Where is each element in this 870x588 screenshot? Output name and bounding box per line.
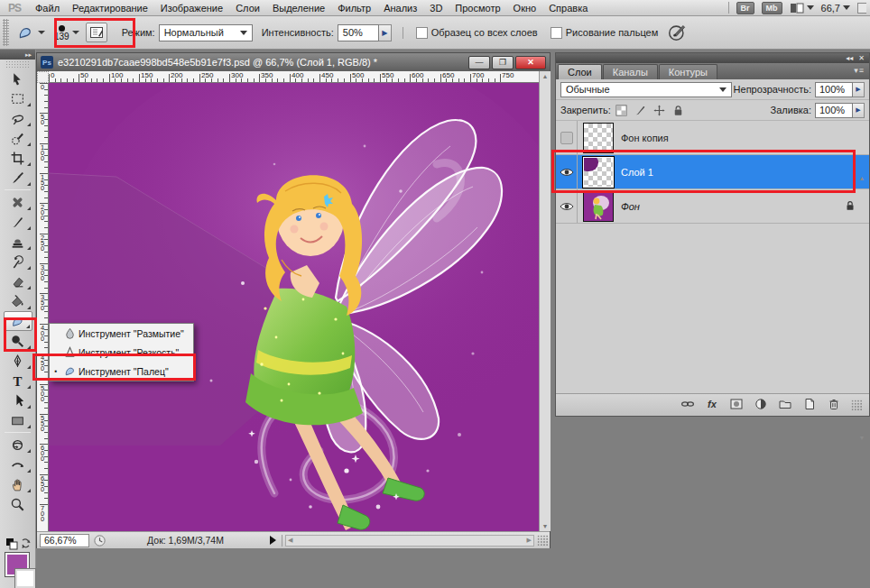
horizontal-scrollbar[interactable]: ◀ ▶	[285, 535, 534, 547]
brush-preset-picker[interactable]: 139	[49, 23, 113, 42]
collapse-panel-icon[interactable]: ◂◂	[846, 54, 853, 62]
visibility-toggle[interactable]	[556, 155, 578, 188]
mode-dropdown[interactable]: Нормальный	[159, 24, 253, 41]
window-resize-grip[interactable]	[537, 535, 549, 547]
opacity-field[interactable]: 100%	[815, 82, 853, 97]
panel-menu-icon[interactable]: ▾≡	[854, 66, 865, 75]
layer-style-fx-button[interactable]: fx	[705, 397, 719, 413]
app-zoom-dropdown[interactable]: 66,7	[821, 3, 850, 14]
blend-mode-dropdown[interactable]: Обычные	[560, 82, 732, 97]
crop-tool[interactable]	[4, 148, 32, 168]
pen-tool[interactable]	[4, 351, 32, 371]
marquee-tool[interactable]	[4, 88, 32, 108]
scroll-left-icon[interactable]: ◀	[288, 537, 292, 544]
toolbox-grip[interactable]	[5, 60, 30, 68]
sample-all-layers-checkbox[interactable]	[416, 27, 428, 39]
clone-stamp-tool[interactable]	[4, 232, 32, 252]
menu-item-4[interactable]: Слои	[229, 2, 266, 14]
menu-item-7[interactable]: Анализ	[377, 2, 423, 14]
hand-tool[interactable]	[4, 474, 32, 494]
visibility-toggle[interactable]	[556, 121, 578, 154]
document-size-info[interactable]: Док: 1,69М/3,74М	[106, 535, 264, 546]
minimize-button[interactable]: —	[468, 56, 490, 69]
visibility-toggle[interactable]	[556, 189, 578, 223]
background-color-swatch[interactable]	[15, 569, 35, 588]
flyout-item-2[interactable]: Инструмент "Резкость"	[50, 343, 193, 362]
scroll-up-icon[interactable]: ▲	[859, 175, 865, 181]
menu-item-9[interactable]: Просмотр	[449, 2, 506, 14]
menu-item-10[interactable]: Окно	[507, 2, 543, 14]
new-layer-button[interactable]	[802, 397, 817, 413]
lock-all-icon[interactable]	[671, 104, 685, 117]
link-layers-button[interactable]	[680, 397, 695, 413]
lock-pixels-icon[interactable]	[634, 104, 647, 117]
layer-mask-button[interactable]	[729, 397, 744, 413]
strength-slider-button[interactable]: ▶	[379, 24, 392, 41]
canvas[interactable]	[49, 83, 539, 531]
fill-field[interactable]: 100%	[815, 103, 853, 118]
ruler-origin-corner[interactable]	[37, 71, 49, 83]
flyout-item-1[interactable]: Инструмент "Размытие"	[50, 324, 193, 343]
scroll-down-icon[interactable]: ▼	[859, 435, 865, 441]
type-tool[interactable]: T	[4, 371, 32, 390]
menu-item-5[interactable]: Выделение	[266, 2, 331, 14]
quick-selection-tool[interactable]	[4, 128, 32, 148]
new-group-button[interactable]	[778, 397, 792, 413]
menu-item-6[interactable]: Фильтр	[331, 2, 377, 14]
default-colors-control[interactable]	[5, 537, 32, 551]
arrange-documents-icon[interactable]	[857, 3, 866, 14]
layer-row-1[interactable]: Фон копия	[556, 121, 869, 155]
opacity-slider-button[interactable]: ▶	[853, 82, 865, 97]
menu-item-3[interactable]: Изображение	[154, 2, 229, 14]
smudge-tool[interactable]	[4, 311, 32, 331]
tool-preset-picker[interactable]	[12, 22, 49, 43]
lock-position-icon[interactable]	[652, 104, 666, 117]
options-bar-grip[interactable]	[3, 19, 9, 46]
history-brush-tool[interactable]	[4, 252, 32, 271]
timing-icon[interactable]	[93, 534, 106, 547]
adjustment-layer-button[interactable]	[754, 397, 768, 413]
status-menu-arrow-icon[interactable]	[270, 536, 276, 545]
finger-painting-option[interactable]: Рисование пальцем	[551, 27, 659, 39]
eraser-tool[interactable]	[4, 271, 32, 291]
eyedropper-tool[interactable]	[4, 168, 32, 188]
scroll-up-icon[interactable]: ▲	[542, 73, 549, 79]
healing-brush-tool[interactable]	[4, 192, 32, 212]
document-titlebar[interactable]: Ps e3210291db7caae998bd548e5b91e7f3.psd …	[37, 53, 550, 71]
delete-layer-button[interactable]	[827, 397, 841, 413]
tab-слои[interactable]: Слои	[558, 64, 602, 79]
tab-контуры[interactable]: Контуры	[659, 64, 717, 79]
panel-titlebar[interactable]: ◂◂ ✕	[556, 53, 869, 63]
menu-item-8[interactable]: 3D	[423, 2, 449, 14]
fill-slider-button[interactable]: ▶	[853, 103, 865, 118]
layer-thumbnail[interactable]	[583, 191, 614, 222]
path-selection-tool[interactable]	[4, 390, 32, 410]
shape-tool[interactable]	[4, 410, 32, 430]
paint-bucket-tool[interactable]	[4, 291, 32, 311]
menu-item-2[interactable]: Редактирование	[66, 2, 154, 14]
scroll-down-icon[interactable]: ▼	[542, 523, 549, 529]
orbit-3d-tool[interactable]	[4, 455, 32, 474]
launch-bridge-button[interactable]: Br	[736, 2, 754, 14]
brush-tool[interactable]	[4, 212, 32, 232]
restore-button[interactable]: ❐	[492, 56, 514, 69]
layer-row-2[interactable]: Слой 1	[556, 155, 869, 189]
lasso-tool[interactable]	[4, 108, 32, 128]
menu-item-1[interactable]: Файл	[29, 2, 66, 14]
sample-all-layers-option[interactable]: Образец со всех слоев	[416, 27, 538, 39]
layer-thumbnail[interactable]	[583, 123, 614, 153]
zoom-tool[interactable]	[4, 494, 32, 514]
zoom-level-field[interactable]: 66,67%	[40, 534, 89, 547]
layer-row-3[interactable]: Фон	[556, 189, 869, 224]
view-extras-dropdown[interactable]	[790, 3, 814, 14]
dodge-tool[interactable]	[4, 331, 32, 351]
toggle-brushes-panel-button[interactable]	[86, 23, 107, 42]
toolbox-collapse-button[interactable]: ▸▸	[0, 50, 35, 60]
move-tool[interactable]	[4, 69, 32, 88]
finger-painting-checkbox[interactable]	[551, 27, 562, 39]
scroll-right-icon[interactable]: ▶	[527, 537, 532, 544]
menu-item-11[interactable]: Справка	[542, 2, 594, 14]
close-panel-icon[interactable]: ✕	[858, 54, 865, 62]
rotate-3d-tool[interactable]	[4, 435, 32, 455]
layer-thumbnail[interactable]	[583, 157, 614, 188]
